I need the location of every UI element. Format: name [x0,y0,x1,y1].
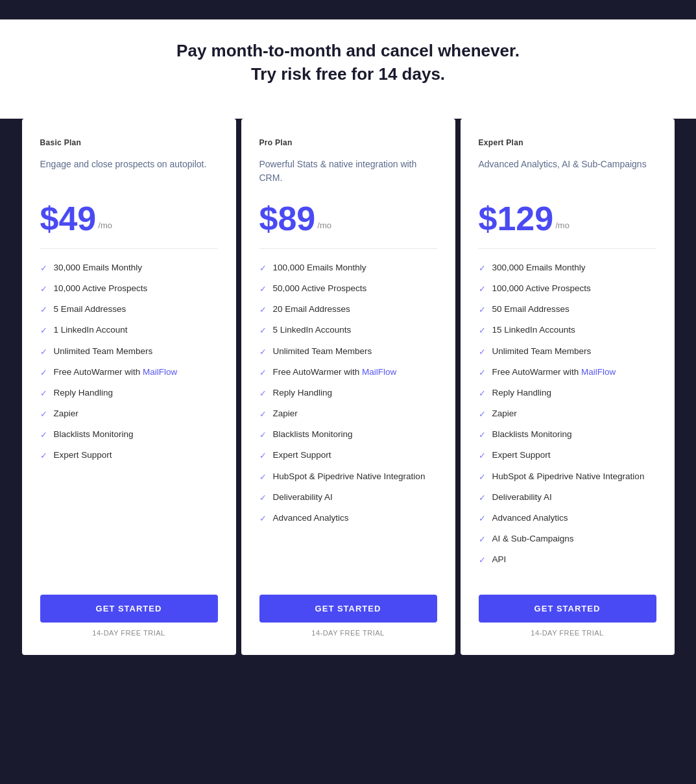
get-started-button-basic[interactable]: GET STARTED [40,595,218,623]
mailflow-link[interactable]: MailFlow [143,367,177,377]
feature-text: Expert Support [54,449,112,462]
list-item: ✓Advanced Analytics [479,512,656,525]
feature-text: API [492,554,507,566]
feature-text: 5 LinkedIn Accounts [273,324,352,337]
list-item: ✓20 Email Addresses [259,303,437,316]
check-icon: ✓ [40,388,47,399]
check-icon: ✓ [40,304,47,316]
check-icon: ✓ [259,409,267,420]
feature-text: Expert Support [492,449,551,462]
feature-text: HubSpot & Pipedrive Native Integration [273,471,426,483]
check-icon: ✓ [40,429,47,441]
plan-price-basic: $49 [40,202,97,235]
check-icon: ✓ [479,325,486,337]
list-item: ✓Expert Support [40,449,218,462]
check-icon: ✓ [479,534,486,545]
check-icon: ✓ [40,346,47,358]
check-icon: ✓ [479,492,486,504]
list-item: ✓50 Email Addresses [479,303,656,316]
list-item: ✓Unlimited Team Members [479,346,656,358]
list-item: ✓15 LinkedIn Accounts [479,324,656,337]
check-icon: ✓ [479,450,486,462]
list-item: ✓Blacklists Monitoring [479,429,656,441]
check-icon: ✓ [259,304,267,316]
list-item: ✓Expert Support [259,449,437,462]
check-icon: ✓ [259,283,267,295]
plan-price-expert: $129 [479,202,554,235]
check-icon: ✓ [40,450,47,462]
feature-text: Deliverability AI [273,492,333,504]
check-icon: ✓ [479,367,486,379]
feature-text: Zapier [54,408,78,420]
mailflow-link[interactable]: MailFlow [362,367,396,377]
list-item: ✓300,000 Emails Monthly [479,262,656,274]
feature-text: 50 Email Addresses [492,303,570,316]
get-started-button-expert[interactable]: GET STARTED [479,595,656,623]
list-item: ✓Zapier [259,408,437,420]
feature-text: 1 LinkedIn Account [54,324,128,337]
plan-description-expert: Advanced Analytics, AI & Sub-Campaigns [479,158,656,189]
mailflow-link[interactable]: MailFlow [581,367,616,377]
plan-name-expert: Expert Plan [479,138,656,147]
list-item: ✓Unlimited Team Members [40,346,218,358]
plan-period-expert: /mo [555,220,570,230]
plan-period-basic: /mo [98,220,112,230]
feature-text: 10,000 Active Prospects [54,283,148,295]
feature-text: Blacklists Monitoring [492,429,572,441]
list-item: ✓Free AutoWarmer with MailFlow [479,366,656,379]
check-icon: ✓ [259,429,267,441]
feature-text: HubSpot & Pipedrive Native Integration [492,471,645,483]
get-started-button-pro[interactable]: GET STARTED [259,595,437,623]
plan-price-row-pro: $89/mo [259,202,437,235]
check-icon: ✓ [479,346,486,358]
check-icon: ✓ [479,513,486,525]
check-icon: ✓ [259,450,267,462]
plan-name-basic: Basic Plan [40,138,218,147]
check-icon: ✓ [259,513,267,525]
check-icon: ✓ [40,263,47,274]
list-item: ✓AI & Sub-Campaigns [479,533,656,545]
plan-card-basic: Basic PlanEngage and close prospects on … [22,119,236,655]
feature-text: 30,000 Emails Monthly [54,262,143,274]
feature-text: Expert Support [273,449,331,462]
features-list-expert: ✓300,000 Emails Monthly✓100,000 Active P… [479,262,656,575]
list-item: ✓Free AutoWarmer with MailFlow [40,366,218,379]
list-item: ✓Zapier [479,408,656,420]
check-icon: ✓ [259,367,267,379]
list-item: ✓50,000 Active Prospects [259,283,437,295]
list-item: ✓Expert Support [479,449,656,462]
list-item: ✓30,000 Emails Monthly [40,262,218,274]
list-item: ✓Reply Handling [479,387,656,399]
feature-text: Free AutoWarmer with MailFlow [273,366,397,379]
check-icon: ✓ [259,346,267,358]
check-icon: ✓ [259,263,267,274]
feature-text: Free AutoWarmer with MailFlow [492,366,616,379]
list-item: ✓Advanced Analytics [259,512,437,525]
check-icon: ✓ [40,367,47,379]
list-item: ✓Zapier [40,408,218,420]
feature-text: 20 Email Addresses [273,303,350,316]
trial-label-basic: 14-DAY FREE TRIAL [40,629,218,637]
plan-price-row-basic: $49/mo [40,202,218,235]
feature-text: AI & Sub-Campaigns [492,533,574,545]
feature-text: Advanced Analytics [492,512,568,525]
plan-name-pro: Pro Plan [259,138,437,147]
feature-text: Unlimited Team Members [273,346,372,358]
list-item: ✓5 Email Addresses [40,303,218,316]
list-item: ✓1 LinkedIn Account [40,324,218,337]
feature-text: Free AutoWarmer with MailFlow [54,366,178,379]
plan-description-basic: Engage and close prospects on autopilot. [40,158,218,189]
list-item: ✓Reply Handling [259,387,437,399]
list-item: ✓Free AutoWarmer with MailFlow [259,366,437,379]
trial-label-expert: 14-DAY FREE TRIAL [479,629,656,637]
feature-text: 100,000 Emails Monthly [273,262,366,274]
feature-text: Unlimited Team Members [492,346,592,358]
check-icon: ✓ [259,325,267,337]
plan-divider-expert [479,248,656,249]
plan-period-pro: /mo [317,220,331,230]
check-icon: ✓ [479,263,486,274]
check-icon: ✓ [479,554,486,566]
list-item: ✓API [479,554,656,566]
plan-card-pro: Pro PlanPowerful Stats & native integrat… [241,119,455,655]
list-item: ✓Blacklists Monitoring [40,429,218,441]
